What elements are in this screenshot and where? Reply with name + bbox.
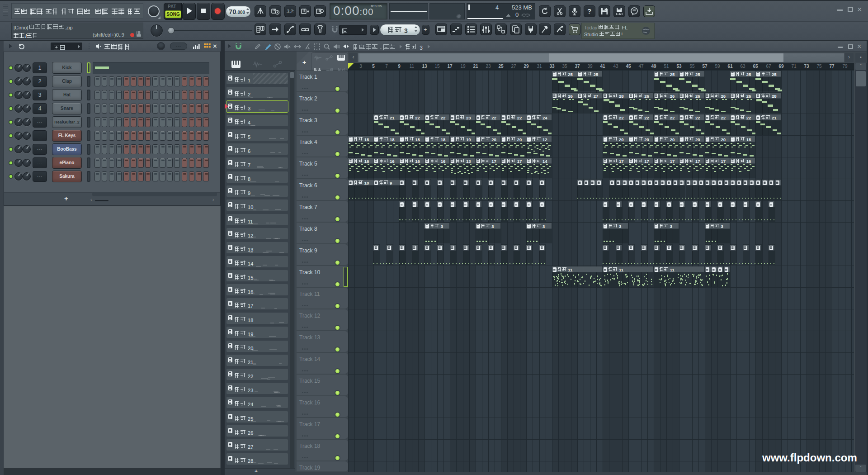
svg-text:3.2:: 3.2: [287,9,294,14]
svg-text:?: ? [587,7,591,15]
